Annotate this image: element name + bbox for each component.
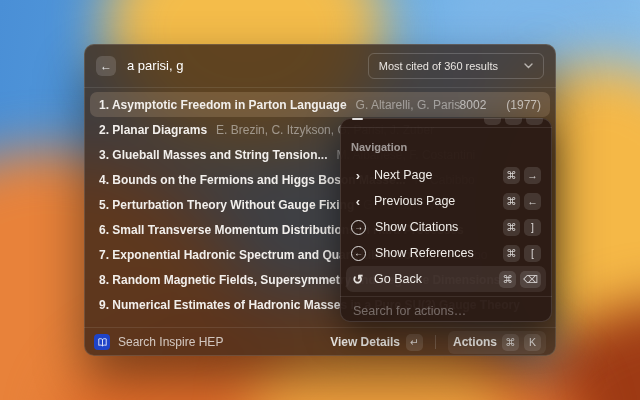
clipped-key	[484, 118, 501, 125]
arrow-right-circle-icon: →	[351, 220, 366, 235]
arrow-left-circle-icon: ←	[351, 246, 366, 261]
back-arrow-icon: ←	[100, 59, 112, 73]
command-key-icon: ⌘	[503, 193, 520, 210]
section-header: Navigation	[346, 128, 546, 162]
search-input[interactable]: a parisi, g	[127, 58, 183, 73]
command-key-icon: ⌘	[502, 334, 519, 351]
command-key-icon: ⌘	[499, 271, 516, 288]
actions-search	[346, 297, 546, 322]
k-key-icon: K	[524, 334, 541, 351]
action-label: Show References	[375, 246, 474, 260]
right-bracket-key-icon: ]	[524, 219, 541, 236]
footer-divider	[435, 335, 436, 349]
app-label: Search Inspire HEP	[118, 335, 223, 349]
actions-label: Actions	[453, 335, 497, 349]
view-details-button[interactable]: View Details	[330, 335, 400, 349]
clipped-text	[352, 118, 363, 120]
search-header: ← a parisi, g Most cited of 360 results	[84, 44, 556, 88]
command-key-icon: ⌘	[503, 245, 520, 262]
undo-icon: ↺	[351, 272, 365, 287]
result-title: 3. Glueball Masses and String Tension...	[99, 148, 328, 162]
action-label: Next Page	[374, 168, 432, 182]
action-label: Previous Page	[374, 194, 455, 208]
result-authors: G. Altarelli, G. Parisi	[356, 98, 460, 112]
clipped-action-row	[346, 118, 546, 127]
result-title: 5. Perturbation Theory Without Gauge Fix…	[99, 198, 354, 212]
inspire-hep-logo-icon	[94, 334, 110, 350]
sort-dropdown[interactable]: Most cited of 360 results	[368, 53, 544, 79]
result-row[interactable]: 1. Asymptotic Freedom in Parton Language…	[90, 92, 550, 117]
action-next-page[interactable]: › Next Page ⌘ →	[346, 162, 546, 188]
result-title: 2. Planar Diagrams	[99, 123, 207, 137]
footer-bar: Search Inspire HEP View Details ↵ Action…	[84, 327, 556, 356]
clipped-key	[526, 118, 543, 125]
action-show-references[interactable]: ← Show References ⌘ [	[346, 240, 546, 266]
chevron-right-icon: ›	[351, 168, 365, 183]
arrow-left-key-icon: ←	[524, 193, 541, 210]
return-key-icon: ↵	[406, 334, 423, 351]
action-label: Go Back	[374, 272, 422, 286]
left-bracket-key-icon: [	[524, 245, 541, 262]
result-year: (1977)	[506, 98, 541, 112]
actions-panel: Navigation › Next Page ⌘ → ‹ Previous Pa…	[340, 118, 552, 322]
sort-dropdown-label: Most cited of 360 results	[379, 60, 498, 72]
delete-key-icon: ⌫	[520, 271, 541, 288]
actions-search-input[interactable]	[351, 303, 541, 319]
result-citations: 8002	[460, 98, 487, 112]
actions-button[interactable]: Actions ⌘ K	[448, 331, 546, 354]
clipped-key	[505, 118, 522, 125]
arrow-right-key-icon: →	[524, 167, 541, 184]
command-key-icon: ⌘	[503, 167, 520, 184]
chevron-down-icon	[524, 63, 533, 69]
command-key-icon: ⌘	[503, 219, 520, 236]
result-title: 1. Asymptotic Freedom in Parton Language	[99, 98, 347, 112]
action-previous-page[interactable]: ‹ Previous Page ⌘ ←	[346, 188, 546, 214]
action-show-citations[interactable]: → Show Citations ⌘ ]	[346, 214, 546, 240]
action-go-back[interactable]: ↺ Go Back ⌘ ⌫	[346, 266, 546, 292]
action-label: Show Citations	[375, 220, 458, 234]
chevron-left-icon: ‹	[351, 194, 365, 209]
back-button[interactable]: ←	[96, 56, 116, 76]
